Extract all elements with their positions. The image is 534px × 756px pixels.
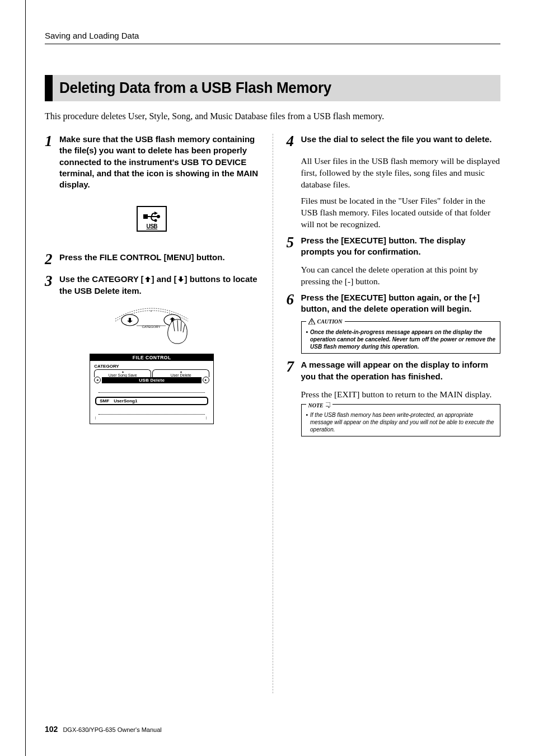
step-1: 1 Make sure that the USB flash memory co… (45, 134, 259, 190)
svg-rect-0 (143, 214, 148, 219)
caution-text: • Once the delete-in-progress message ap… (306, 328, 496, 350)
text-fragment: Use the CATEGORY [ (59, 274, 144, 284)
screen-category-label: CATEGORY (94, 364, 209, 369)
step-number: 2 (45, 252, 55, 267)
step-number: 4 (287, 134, 297, 149)
screen-file-item: SMF UserSong1 (95, 397, 208, 405)
svg-point-1 (154, 219, 157, 222)
step-heading: A message will appear on the display to … (301, 359, 501, 382)
step-number: 3 (45, 274, 55, 297)
category-up-icon (144, 276, 152, 283)
step-body: You can cancel the delete operation at t… (301, 264, 501, 288)
step-2: 2 Press the FILE CONTROL [MENU] button. (45, 252, 259, 267)
caution-text-content: Once the delete-in-progress message appe… (310, 328, 495, 350)
step-heading: Press the [EXECUTE] button. The display … (301, 235, 501, 258)
note-label: NOTE (306, 402, 332, 408)
step-heading: Make sure that the USB flash memory cont… (59, 134, 259, 190)
intro-paragraph: This procedure deletes User, Style, Song… (45, 111, 500, 121)
svg-point-2 (157, 215, 160, 218)
step-number: 6 (287, 292, 297, 315)
screen-right-arrow-icon: ▸ (203, 377, 209, 383)
step-7: 7 A message will appear on the display t… (287, 359, 501, 382)
usb-label: USB (146, 223, 157, 229)
column-divider (273, 134, 273, 693)
step-body: Press the [EXIT] button to return to the… (301, 389, 501, 401)
note-text-content: If the USB flash memory has been write-p… (310, 411, 495, 433)
step-heading: Use the dial to select the file you want… (301, 134, 492, 149)
page-number: 102 (45, 725, 58, 734)
note-corner-icon (326, 402, 330, 408)
screen-current-item: USB Delete (102, 377, 202, 383)
footer-doc-title: DGX-630/YPG-635 Owner's Manual (63, 726, 161, 733)
usb-icon: USB (137, 206, 167, 232)
page-content: Saving and Loading Data Deleting Data fr… (0, 0, 534, 756)
caution-box: CAUTION • Once the delete-in-progress me… (301, 321, 501, 354)
warning-triangle-icon (308, 318, 315, 325)
step-heading: Press the FILE CONTROL [MENU] button. (59, 252, 225, 267)
page-footer: 102 DGX-630/YPG-635 Owner's Manual (45, 725, 162, 734)
step-6: 6 Press the [EXECUTE] button again, or t… (287, 292, 501, 315)
text-fragment: ] and [ (152, 274, 177, 284)
step-number: 1 (45, 134, 55, 190)
step-number: 7 (287, 359, 297, 382)
section-title: Deleting Data from a USB Flash Memory (59, 79, 494, 97)
screen-tab-label: User Song Save (109, 373, 137, 377)
screen-dotted-line (99, 410, 205, 415)
step-heading: Press the [EXECUTE] button again, or the… (301, 292, 501, 315)
screen-tab-label: User Delete (171, 373, 191, 377)
two-column-layout: 1 Make sure that the USB flash memory co… (45, 134, 500, 693)
category-down-icon (177, 276, 185, 283)
category-buttons-illustration: CATEGORY (104, 304, 199, 347)
step-4: 4 Use the dial to select the file you wa… (287, 134, 501, 149)
note-label-text: NOTE (308, 402, 324, 408)
step-5: 5 Press the [EXECUTE] button. The displa… (287, 235, 501, 258)
screen-dotted-line (99, 388, 205, 393)
svg-point-8 (311, 323, 312, 325)
note-box: NOTE • If the USB flash memory has been … (301, 404, 501, 436)
screen-tab-left: ▴ User Song Save (94, 369, 151, 377)
running-head: Saving and Loading Data (45, 31, 500, 40)
left-column: 1 Make sure that the USB flash memory co… (45, 134, 259, 693)
step-3: 3 Use the CATEGORY [] and [] buttons to … (45, 274, 259, 297)
caution-label-text: CAUTION (317, 318, 343, 325)
lcd-screen-illustration: FILE CONTROL CATEGORY ▴ User Song Save ▴… (90, 354, 214, 424)
usb-connector-icon (142, 210, 161, 223)
section-title-bar: Deleting Data from a USB Flash Memory (45, 75, 500, 101)
step-body: Files must be located in the "User Files… (301, 195, 501, 231)
header-rule (45, 44, 500, 44)
svg-point-6 (151, 311, 152, 312)
right-column: 4 Use the dial to select the file you wa… (287, 134, 501, 693)
note-text: • If the USB flash memory has been write… (306, 411, 496, 433)
screen-title: FILE CONTROL (90, 354, 213, 361)
step-heading: Use the CATEGORY [] and [] buttons to lo… (59, 274, 259, 297)
step-body: All User files in the USB flash memory w… (301, 156, 501, 191)
screen-left-arrow-icon: ◂ (94, 377, 101, 383)
screen-tab-right: ▴ User Delete (152, 369, 209, 377)
step-number: 5 (287, 235, 297, 258)
caution-label: CAUTION (306, 318, 345, 325)
